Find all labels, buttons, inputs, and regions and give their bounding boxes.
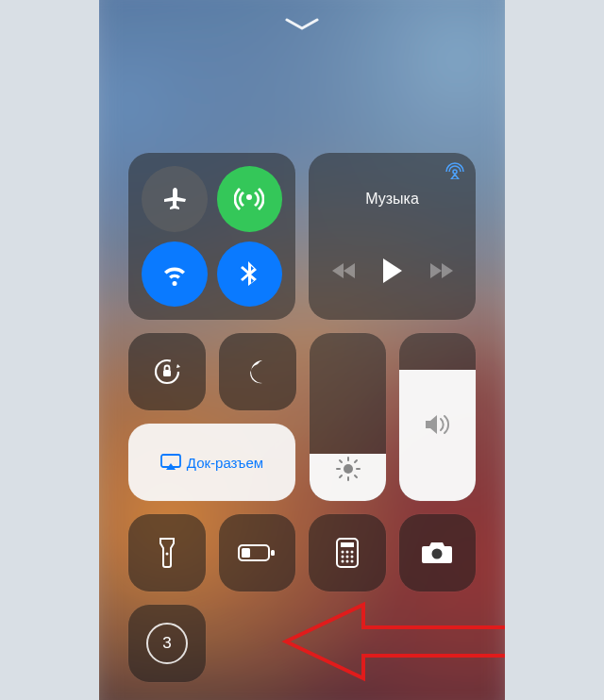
wifi-toggle[interactable] [142,242,208,308]
svg-point-12 [350,551,353,554]
lock-rotate-icon [150,355,184,389]
screen-recording-button[interactable]: 3 [128,605,206,682]
calculator-button[interactable] [309,514,386,592]
wifi-icon [159,258,190,289]
volume-slider[interactable] [399,333,476,501]
svg-rect-1 [163,370,171,376]
svg-point-14 [345,556,348,558]
airplay-video-icon [160,454,181,471]
screen-mirroring-button[interactable]: Док-разъем [128,424,295,501]
svg-point-17 [345,560,348,563]
airplay-audio-icon[interactable] [445,162,464,179]
svg-point-18 [350,560,353,563]
airplane-icon [159,184,190,214]
svg-point-4 [165,553,168,556]
svg-point-15 [350,556,353,558]
svg-point-10 [341,551,344,554]
svg-rect-9 [341,542,354,547]
cellular-data-toggle[interactable] [217,166,283,232]
bluetooth-toggle[interactable] [217,242,283,308]
calculator-icon [336,538,359,568]
battery-icon [238,542,276,563]
flashlight-icon [158,537,176,569]
svg-point-19 [432,549,443,559]
bluetooth-icon [234,258,264,289]
svg-rect-7 [242,548,250,558]
record-icon: 3 [146,623,188,664]
svg-point-16 [341,560,344,563]
chevron-down-icon[interactable] [285,17,319,32]
rewind-icon[interactable] [332,262,357,279]
moon-icon [243,358,272,386]
airplane-mode-toggle[interactable] [142,166,208,232]
media-title: Музыка [309,191,476,208]
svg-point-3 [344,464,353,474]
low-power-mode-button[interactable] [219,514,296,592]
connectivity-group[interactable] [128,153,295,320]
screen-mirroring-label: Док-разъем [187,455,263,471]
svg-point-13 [341,556,344,558]
play-icon[interactable] [381,258,404,284]
speaker-icon [424,412,452,437]
sun-icon [335,456,361,482]
camera-icon [421,541,453,565]
antenna-icon [234,184,264,214]
svg-rect-6 [271,550,275,556]
forward-icon[interactable] [428,262,453,279]
brightness-slider[interactable] [310,333,386,501]
camera-button[interactable] [399,514,477,592]
recording-countdown: 3 [162,634,171,653]
media-player-tile[interactable]: Музыка [309,153,476,320]
do-not-disturb-toggle[interactable] [219,333,296,410]
orientation-lock-toggle[interactable] [128,333,206,410]
flashlight-button[interactable] [128,514,206,592]
svg-point-11 [345,551,348,554]
